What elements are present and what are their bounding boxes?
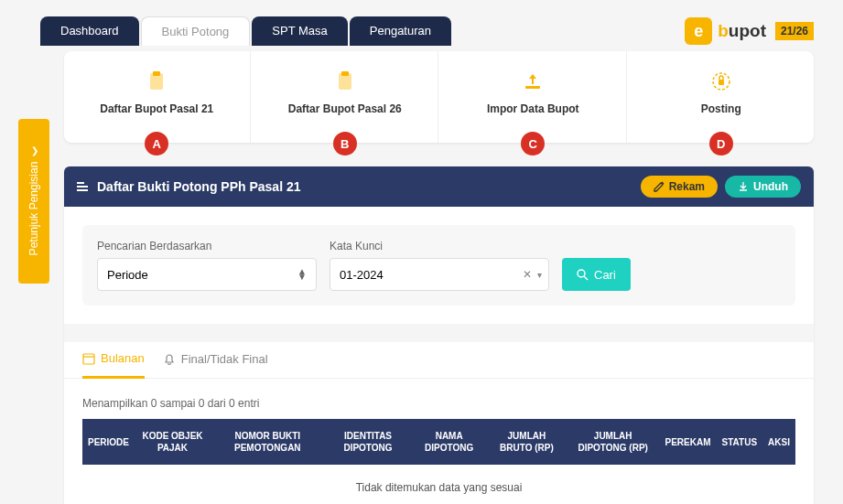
brand-logo-icon: e — [685, 17, 712, 45]
svg-line-8 — [584, 276, 588, 280]
th-aksi: AKSI — [762, 419, 795, 465]
calendar-icon — [82, 352, 95, 365]
action-cards-row: Daftar Bupot Pasal 21 A Daftar Bupot Pas… — [64, 51, 814, 143]
badge-b: B — [333, 132, 357, 155]
th-perekam: PEREKAM — [660, 419, 717, 465]
download-icon — [738, 181, 749, 192]
svg-rect-1 — [153, 71, 160, 76]
th-nama: NAMA DIPOTONG — [411, 419, 487, 465]
badge-d: D — [709, 132, 733, 155]
help-side-tab[interactable]: Petunjuk Pengisian❯ — [18, 119, 49, 284]
svg-rect-4 — [525, 86, 540, 89]
tab-dashboard[interactable]: Dashboard — [40, 16, 139, 46]
unduh-button[interactable]: Unduh — [725, 176, 801, 198]
keyword-input[interactable] — [330, 258, 549, 291]
clipboard-icon — [73, 70, 241, 93]
badge-c: C — [521, 132, 545, 155]
svg-rect-3 — [341, 71, 349, 76]
lock-icon — [638, 70, 805, 93]
sort-icon: ▲▼ — [297, 269, 307, 280]
upload-icon — [449, 70, 617, 93]
clipboard-icon — [262, 70, 429, 93]
subtab-final[interactable]: Final/Tidak Final — [163, 342, 268, 378]
badge-a: A — [145, 132, 168, 155]
card-posting[interactable]: Posting D — [629, 51, 815, 143]
card-impor-data[interactable]: Impor Data Bupot C — [440, 51, 627, 143]
th-dipotong: JUMLAH DIPOTONG (RP) — [567, 419, 660, 465]
th-status: STATUS — [717, 419, 763, 465]
chevron-right-icon: ❯ — [30, 145, 38, 155]
card-title: Daftar Bupot Pasal 26 — [262, 102, 429, 115]
search-by-label: Pencarian Berdasarkan — [97, 240, 317, 252]
keyword-label: Kata Kunci — [330, 240, 549, 252]
tab-spt-masa[interactable]: SPT Masa — [252, 16, 347, 46]
card-title: Posting — [638, 102, 805, 115]
svg-rect-9 — [83, 354, 94, 364]
subtab-bulanan[interactable]: Bulanan — [82, 342, 145, 379]
brand: e bupot 21/26 — [685, 17, 814, 45]
svg-point-7 — [578, 270, 585, 277]
th-periode: PERIODE — [82, 419, 135, 465]
chevron-down-icon[interactable]: ▾ — [537, 270, 542, 280]
data-table: PERIODE KODE OBJEK PAJAK NOMOR BUKTI PEM… — [82, 419, 795, 465]
brand-badge: 21/26 — [775, 22, 814, 40]
clear-icon[interactable]: ✕ — [523, 268, 532, 281]
th-kode-objek: KODE OBJEK PAJAK — [135, 419, 211, 465]
cari-button[interactable]: Cari — [562, 258, 631, 291]
card-title: Daftar Bupot Pasal 21 — [73, 102, 241, 115]
sub-tabs: Bulanan Final/Tidak Final — [64, 342, 814, 379]
card-daftar-bupot-21[interactable]: Daftar Bupot Pasal 21 A — [64, 51, 251, 143]
card-daftar-bupot-26[interactable]: Daftar Bupot Pasal 26 B — [253, 51, 439, 143]
card-title: Impor Data Bupot — [449, 102, 617, 115]
th-identitas: IDENTITAS DIPOTONG — [325, 419, 412, 465]
svg-rect-6 — [719, 80, 724, 85]
tab-bukti-potong[interactable]: Bukti Potong — [141, 16, 251, 46]
rekam-button[interactable]: Rekam — [641, 176, 718, 198]
brand-name: bupot — [718, 21, 766, 41]
table-empty-message: Tidak ditemukan data yang sesuai — [82, 465, 795, 504]
search-box: Pencarian Berdasarkan Periode ▲▼ Kata Ku… — [82, 225, 795, 306]
list-icon — [77, 182, 88, 191]
panel-title: Daftar Bukti Potong PPh Pasal 21 — [97, 179, 301, 194]
edit-icon — [654, 181, 665, 192]
table-info: Menampilkan 0 sampai 0 dari 0 entri — [82, 397, 795, 410]
search-by-select[interactable]: Periode ▲▼ — [97, 258, 317, 291]
search-icon — [577, 269, 589, 281]
th-nomor-bukti: NOMOR BUKTI PEMOTONGAN — [211, 419, 325, 465]
main-tabs: Dashboard Bukti Potong SPT Masa Pengatur… — [40, 16, 451, 46]
bell-icon — [163, 353, 176, 366]
th-bruto: JUMLAH BRUTO (RP) — [487, 419, 567, 465]
tab-pengaturan[interactable]: Pengaturan — [350, 16, 451, 46]
